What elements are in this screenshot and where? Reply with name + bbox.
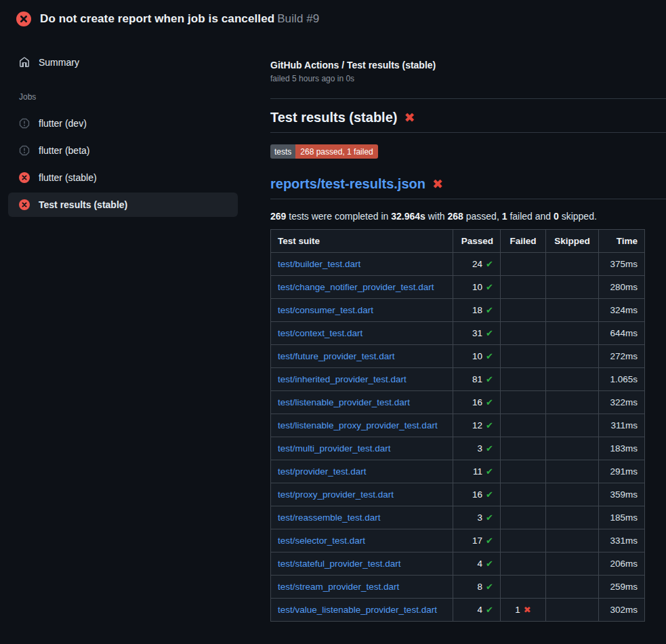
time-cell: 1.065s xyxy=(599,368,645,391)
failed-cross-icon: ✖ xyxy=(432,178,443,190)
test-suite-link[interactable]: test/stateful_provider_test.dart xyxy=(278,559,401,569)
skipped-cell xyxy=(546,391,599,414)
test-suite-link[interactable]: test/provider_test.dart xyxy=(278,466,367,477)
passed-cell: 3✔ xyxy=(453,437,501,460)
table-row: test/stream_provider_test.dart 8✔ 259ms xyxy=(271,576,645,599)
table-row: test/future_provider_test.dart 10✔ 272ms xyxy=(271,345,645,368)
check-icon: ✔ xyxy=(486,282,493,292)
check-icon: ✔ xyxy=(486,536,493,546)
skipped-cell xyxy=(546,253,599,276)
table-row: test/provider_test.dart 11✔ 291ms xyxy=(271,460,645,483)
time-cell: 259ms xyxy=(599,576,645,599)
col-header-test-suite: Test suite xyxy=(271,230,453,253)
test-suite-link[interactable]: test/context_test.dart xyxy=(278,328,362,338)
test-suite-link[interactable]: test/listenable_provider_test.dart xyxy=(278,397,410,407)
test-suite-link[interactable]: test/reassemble_test.dart xyxy=(278,512,381,523)
passed-cell: 16✔ xyxy=(453,391,501,414)
table-row: test/reassemble_test.dart 3✔ 185ms xyxy=(271,506,645,529)
table-row: test/builder_test.dart 24✔ 375ms xyxy=(271,253,645,276)
table-row: test/context_test.dart 31✔ 644ms xyxy=(271,322,645,345)
passed-cell: 3✔ xyxy=(453,506,501,529)
sidebar-summary-label: Summary xyxy=(39,57,79,68)
time-cell: 644ms xyxy=(599,322,645,345)
table-row: test/stateful_provider_test.dart 4✔ 206m… xyxy=(271,552,645,576)
col-header-passed: Passed xyxy=(453,230,501,253)
passed-cell: 11✔ xyxy=(453,460,501,483)
failed-cell xyxy=(501,391,546,414)
test-suite-link[interactable]: test/selector_test.dart xyxy=(278,536,365,546)
run-failed-icon xyxy=(16,12,31,26)
x-circle-icon xyxy=(19,199,30,210)
check-icon: ✔ xyxy=(486,466,493,477)
table-row: test/listenable_provider_test.dart 16✔ 3… xyxy=(271,391,645,414)
skipped-cell xyxy=(546,437,599,460)
time-cell: 280ms xyxy=(599,276,645,299)
col-header-failed: Failed xyxy=(501,230,546,253)
table-row: test/change_notifier_provider_test.dart … xyxy=(271,276,645,299)
result-summary-line: 269 tests were completed in 32.964s with… xyxy=(270,211,666,222)
skipped-cell xyxy=(546,299,599,322)
test-suite-link[interactable]: test/value_listenable_provider_test.dart xyxy=(278,605,437,615)
time-cell: 206ms xyxy=(599,552,645,576)
failed-cell: 1✖ xyxy=(501,599,546,622)
failed-cell xyxy=(501,460,546,483)
check-icon: ✔ xyxy=(486,582,493,592)
sidebar-job-item[interactable]: flutter (stable) xyxy=(8,165,238,190)
main-content: GitHub Actions / Test results (stable) f… xyxy=(270,38,666,622)
failed-cell xyxy=(501,483,546,506)
test-suite-link[interactable]: test/future_provider_test.dart xyxy=(278,351,395,361)
passed-cell: 8✔ xyxy=(453,576,501,599)
test-suite-link[interactable]: test/listenable_proxy_provider_test.dart xyxy=(278,420,438,430)
skipped-cell xyxy=(546,599,599,622)
test-suite-link[interactable]: test/builder_test.dart xyxy=(278,259,360,269)
passed-cell: 10✔ xyxy=(453,276,501,299)
test-suite-link[interactable]: test/change_notifier_provider_test.dart xyxy=(278,282,434,292)
table-row: test/selector_test.dart 17✔ 331ms xyxy=(271,529,645,552)
failed-cell xyxy=(501,437,546,460)
passed-cell: 17✔ xyxy=(453,529,501,552)
failed-cell xyxy=(501,368,546,391)
sidebar-job-item[interactable]: Test results (stable) xyxy=(8,193,238,217)
failed-cell xyxy=(501,253,546,276)
check-icon: ✔ xyxy=(486,420,493,430)
check-icon: ✔ xyxy=(486,512,493,523)
skipped-cell xyxy=(546,368,599,391)
badge-label: tests xyxy=(270,144,295,159)
check-icon: ✔ xyxy=(486,374,493,384)
time-cell: 291ms xyxy=(599,460,645,483)
table-row: test/inherited_provider_test.dart 81✔ 1.… xyxy=(271,368,645,391)
sidebar-job-label: flutter (beta) xyxy=(39,145,89,156)
skipped-cell xyxy=(546,483,599,506)
test-suite-link[interactable]: test/consumer_test.dart xyxy=(278,305,373,315)
test-suite-link[interactable]: test/multi_provider_test.dart xyxy=(278,443,391,454)
jobs-section-label: Jobs xyxy=(8,92,238,102)
failed-cell xyxy=(501,299,546,322)
sidebar-item-summary[interactable]: Summary xyxy=(8,50,238,75)
check-icon: ✔ xyxy=(486,305,493,315)
divider xyxy=(270,98,666,99)
skipped-cell xyxy=(546,276,599,299)
failed-cell xyxy=(501,276,546,299)
stop-octagon-icon xyxy=(19,145,30,156)
test-suite-link[interactable]: test/inherited_provider_test.dart xyxy=(278,374,407,384)
run-meta: failed 5 hours ago in 0s xyxy=(270,74,666,83)
skipped-cell xyxy=(546,414,599,437)
time-cell: 272ms xyxy=(599,345,645,368)
jobs-list: flutter (dev) flutter (beta) flutter (st… xyxy=(8,111,238,217)
passed-cell: 81✔ xyxy=(453,368,501,391)
failed-cross-icon: ✖ xyxy=(404,111,415,124)
check-icon: ✔ xyxy=(486,443,493,454)
time-cell: 324ms xyxy=(599,299,645,322)
passed-cell: 4✔ xyxy=(453,552,501,576)
test-suite-link[interactable]: test/stream_provider_test.dart xyxy=(278,582,399,592)
x-circle-icon xyxy=(19,172,30,183)
tests-status-badge: tests 268 passed, 1 failed xyxy=(270,144,378,159)
passed-cell: 12✔ xyxy=(453,414,501,437)
sidebar-job-item[interactable]: flutter (beta) xyxy=(8,138,238,163)
table-row: test/multi_provider_test.dart 3✔ 183ms xyxy=(271,437,645,460)
check-icon: ✔ xyxy=(486,328,493,338)
sidebar-job-item[interactable]: flutter (dev) xyxy=(8,111,238,136)
report-file-link[interactable]: reports/test-results.json xyxy=(270,176,425,192)
test-suite-link[interactable]: test/proxy_provider_test.dart xyxy=(278,489,394,500)
failed-cell xyxy=(501,576,546,599)
